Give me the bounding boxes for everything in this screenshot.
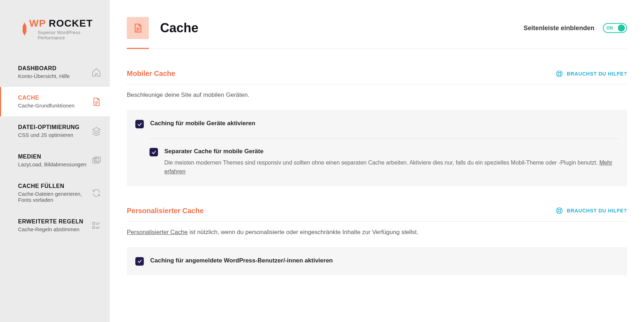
nav-file-optimization[interactable]: DATEI-OPTIMIERUNG CSS und JS optimieren <box>0 116 110 146</box>
page-icon <box>127 17 149 39</box>
nav-title: DASHBOARD <box>18 65 91 72</box>
nav-preload[interactable]: CACHE FÜLLEN Cache-Dateien generieren, F… <box>0 175 110 211</box>
brand-logo: WP ROCKET Superior WordPress Performance <box>0 0 110 55</box>
lifebuoy-icon <box>555 207 563 215</box>
svg-rect-3 <box>93 222 95 224</box>
sidebar-toggle[interactable]: ON <box>603 23 627 33</box>
section-mobile-cache: Mobiler Cache BRAUCHST DU HILFE? Beschle… <box>127 70 627 186</box>
sidebar-toggle-label: Seitenleiste einblenden <box>524 24 594 32</box>
option-label: Caching für mobile Geräte aktivieren <box>150 120 255 127</box>
personalized-cache-link[interactable]: Personalisierter Cache <box>127 229 188 235</box>
help-label: BRAUCHST DU HILFE? <box>567 71 627 77</box>
nav-title: CACHE <box>18 95 91 101</box>
file-icon <box>132 23 143 33</box>
nav-title: ERWEITERTE REGELN <box>18 218 91 225</box>
logo-tagline: Superior WordPress Performance <box>38 30 103 40</box>
nav-sub: Cache-Regeln abstimmen <box>18 226 91 232</box>
option-box-user: Caching für angemeldete WordPress-Benutz… <box>127 247 627 276</box>
home-icon <box>91 67 101 77</box>
section-title: Personalisierter Cache <box>127 207 204 215</box>
section-title: Mobiler Cache <box>127 70 175 78</box>
page-header: Cache Seitenleiste einblenden ON <box>127 17 627 49</box>
checkbox-mobile-cache[interactable] <box>135 120 144 128</box>
nav-media[interactable]: MEDIEN LazyLoad, Bildabmessungen <box>0 146 110 175</box>
nav-title: MEDIEN <box>18 154 91 160</box>
nav-sub: Konto-Übersicht, Hilfe <box>18 73 91 79</box>
checkbox-loggedin-cache[interactable] <box>135 257 144 266</box>
help-link[interactable]: BRAUCHST DU HILFE? <box>555 70 627 78</box>
option-label: Separater Cache für mobile Geräte <box>164 148 618 155</box>
option-help: Die meisten modernen Themes sind respons… <box>164 159 618 176</box>
images-icon <box>91 156 101 166</box>
nav-sub: CSS und JS optimieren <box>18 132 91 138</box>
nav-title: CACHE FÜLLEN <box>18 183 91 189</box>
option-box-mobile: Caching für mobile Geräte aktivieren Sep… <box>127 110 627 186</box>
nav-dashboard[interactable]: DASHBOARD Konto-Übersicht, Hilfe <box>0 57 110 87</box>
main-content: Cache Seitenleiste einblenden ON Mobiler… <box>110 0 644 322</box>
nav-sub: Cache-Grundfunktionen <box>18 102 91 109</box>
nav-sub: LazyLoad, Bildabmessungen <box>18 161 91 167</box>
checkbox-separate-mobile-cache[interactable] <box>149 148 158 156</box>
lifebuoy-icon <box>555 70 563 78</box>
sidebar: WP ROCKET Superior WordPress Performance… <box>0 0 110 322</box>
list-icon <box>91 221 101 231</box>
logo-wp: WP <box>29 18 46 29</box>
help-label: BRAUCHST DU HILFE? <box>567 208 627 213</box>
nav-title: DATEI-OPTIMIERUNG <box>18 124 91 131</box>
option-label: Caching für angemeldete WordPress-Benutz… <box>150 257 333 264</box>
section-desc: Personalisierter Cache ist nützlich, wen… <box>127 229 627 236</box>
section-desc: Beschleunige deine Site auf mobilen Gerä… <box>127 91 627 99</box>
nav-sub: Cache-Dateien generieren, Fonts vorladen <box>18 191 91 203</box>
check-icon <box>151 150 157 155</box>
section-user-cache: Personalisierter Cache BRAUCHST DU HILFE… <box>127 207 627 276</box>
svg-point-2 <box>95 158 97 159</box>
toggle-state-label: ON <box>606 26 613 30</box>
page-title: Cache <box>160 21 198 35</box>
rocket-icon <box>21 22 28 36</box>
check-icon <box>137 122 142 127</box>
file-icon <box>91 97 101 107</box>
svg-rect-4 <box>93 226 95 228</box>
svg-point-8 <box>558 209 560 212</box>
sidebar-nav: DASHBOARD Konto-Übersicht, Hilfe CACHE C… <box>0 57 110 240</box>
layers-icon <box>91 126 101 136</box>
refresh-icon <box>91 188 101 198</box>
help-link[interactable]: BRAUCHST DU HILFE? <box>555 207 627 215</box>
nav-advanced-rules[interactable]: ERWEITERTE REGELN Cache-Regeln abstimmen <box>0 211 110 240</box>
toggle-knob <box>618 24 625 32</box>
svg-point-6 <box>558 72 560 75</box>
logo-rocket: ROCKET <box>49 18 93 29</box>
check-icon <box>137 259 142 264</box>
nav-cache[interactable]: CACHE Cache-Grundfunktionen <box>0 87 110 116</box>
